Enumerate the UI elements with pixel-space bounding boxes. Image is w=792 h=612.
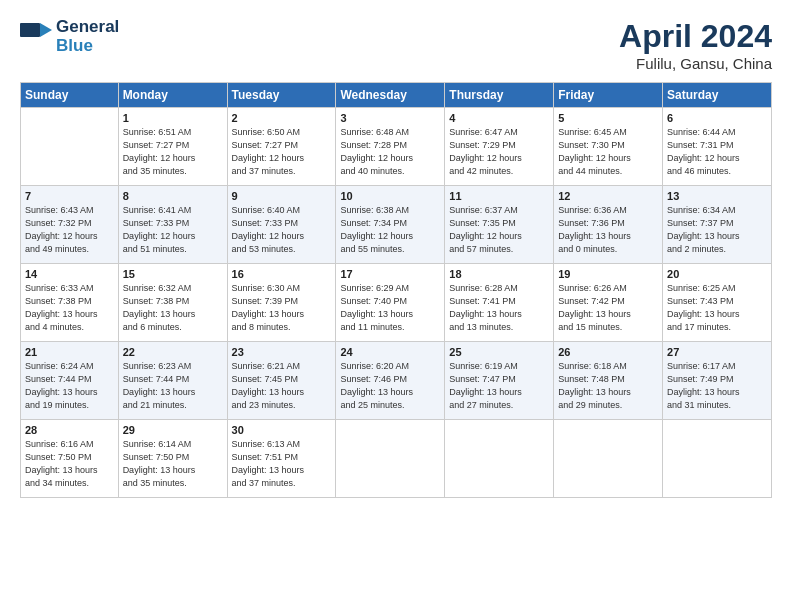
day-info: Sunrise: 6:47 AM Sunset: 7:29 PM Dayligh… — [449, 126, 549, 178]
day-info: Sunrise: 6:17 AM Sunset: 7:49 PM Dayligh… — [667, 360, 767, 412]
day-number: 3 — [340, 112, 440, 124]
calendar-cell: 22Sunrise: 6:23 AM Sunset: 7:44 PM Dayli… — [118, 342, 227, 420]
day-info: Sunrise: 6:51 AM Sunset: 7:27 PM Dayligh… — [123, 126, 223, 178]
day-number: 14 — [25, 268, 114, 280]
logo-line2: Blue — [56, 37, 119, 56]
calendar-cell: 6Sunrise: 6:44 AM Sunset: 7:31 PM Daylig… — [663, 108, 772, 186]
day-info: Sunrise: 6:33 AM Sunset: 7:38 PM Dayligh… — [25, 282, 114, 334]
calendar-cell: 9Sunrise: 6:40 AM Sunset: 7:33 PM Daylig… — [227, 186, 336, 264]
day-number: 7 — [25, 190, 114, 202]
calendar-cell — [21, 108, 119, 186]
day-info: Sunrise: 6:32 AM Sunset: 7:38 PM Dayligh… — [123, 282, 223, 334]
calendar-cell: 1Sunrise: 6:51 AM Sunset: 7:27 PM Daylig… — [118, 108, 227, 186]
calendar-cell: 24Sunrise: 6:20 AM Sunset: 7:46 PM Dayli… — [336, 342, 445, 420]
calendar-cell — [445, 420, 554, 498]
day-info: Sunrise: 6:23 AM Sunset: 7:44 PM Dayligh… — [123, 360, 223, 412]
calendar-cell: 2Sunrise: 6:50 AM Sunset: 7:27 PM Daylig… — [227, 108, 336, 186]
day-info: Sunrise: 6:44 AM Sunset: 7:31 PM Dayligh… — [667, 126, 767, 178]
calendar-cell: 7Sunrise: 6:43 AM Sunset: 7:32 PM Daylig… — [21, 186, 119, 264]
day-info: Sunrise: 6:21 AM Sunset: 7:45 PM Dayligh… — [232, 360, 332, 412]
calendar-cell: 4Sunrise: 6:47 AM Sunset: 7:29 PM Daylig… — [445, 108, 554, 186]
day-number: 23 — [232, 346, 332, 358]
day-number: 24 — [340, 346, 440, 358]
day-number: 15 — [123, 268, 223, 280]
day-info: Sunrise: 6:38 AM Sunset: 7:34 PM Dayligh… — [340, 204, 440, 256]
day-number: 13 — [667, 190, 767, 202]
day-number: 18 — [449, 268, 549, 280]
calendar-cell: 23Sunrise: 6:21 AM Sunset: 7:45 PM Dayli… — [227, 342, 336, 420]
day-number: 28 — [25, 424, 114, 436]
day-info: Sunrise: 6:50 AM Sunset: 7:27 PM Dayligh… — [232, 126, 332, 178]
calendar-cell: 14Sunrise: 6:33 AM Sunset: 7:38 PM Dayli… — [21, 264, 119, 342]
calendar-cell: 17Sunrise: 6:29 AM Sunset: 7:40 PM Dayli… — [336, 264, 445, 342]
calendar-cell: 26Sunrise: 6:18 AM Sunset: 7:48 PM Dayli… — [554, 342, 663, 420]
calendar-cell: 21Sunrise: 6:24 AM Sunset: 7:44 PM Dayli… — [21, 342, 119, 420]
day-number: 1 — [123, 112, 223, 124]
day-info: Sunrise: 6:26 AM Sunset: 7:42 PM Dayligh… — [558, 282, 658, 334]
day-info: Sunrise: 6:16 AM Sunset: 7:50 PM Dayligh… — [25, 438, 114, 490]
day-number: 20 — [667, 268, 767, 280]
calendar-cell: 29Sunrise: 6:14 AM Sunset: 7:50 PM Dayli… — [118, 420, 227, 498]
week-row-4: 21Sunrise: 6:24 AM Sunset: 7:44 PM Dayli… — [21, 342, 772, 420]
day-info: Sunrise: 6:45 AM Sunset: 7:30 PM Dayligh… — [558, 126, 658, 178]
calendar-cell: 16Sunrise: 6:30 AM Sunset: 7:39 PM Dayli… — [227, 264, 336, 342]
calendar-cell: 3Sunrise: 6:48 AM Sunset: 7:28 PM Daylig… — [336, 108, 445, 186]
svg-marker-1 — [40, 23, 52, 37]
day-number: 29 — [123, 424, 223, 436]
calendar-cell: 13Sunrise: 6:34 AM Sunset: 7:37 PM Dayli… — [663, 186, 772, 264]
day-number: 12 — [558, 190, 658, 202]
logo-icon — [20, 23, 52, 51]
day-info: Sunrise: 6:25 AM Sunset: 7:43 PM Dayligh… — [667, 282, 767, 334]
day-info: Sunrise: 6:43 AM Sunset: 7:32 PM Dayligh… — [25, 204, 114, 256]
calendar-cell: 25Sunrise: 6:19 AM Sunset: 7:47 PM Dayli… — [445, 342, 554, 420]
day-info: Sunrise: 6:37 AM Sunset: 7:35 PM Dayligh… — [449, 204, 549, 256]
day-number: 22 — [123, 346, 223, 358]
calendar-cell — [336, 420, 445, 498]
calendar-cell: 11Sunrise: 6:37 AM Sunset: 7:35 PM Dayli… — [445, 186, 554, 264]
header-sunday: Sunday — [21, 83, 119, 108]
week-row-1: 1Sunrise: 6:51 AM Sunset: 7:27 PM Daylig… — [21, 108, 772, 186]
svg-rect-0 — [20, 23, 40, 37]
day-number: 17 — [340, 268, 440, 280]
calendar-cell — [663, 420, 772, 498]
logo-line1: General — [56, 18, 119, 37]
day-number: 4 — [449, 112, 549, 124]
day-number: 21 — [25, 346, 114, 358]
header-thursday: Thursday — [445, 83, 554, 108]
day-info: Sunrise: 6:24 AM Sunset: 7:44 PM Dayligh… — [25, 360, 114, 412]
day-info: Sunrise: 6:14 AM Sunset: 7:50 PM Dayligh… — [123, 438, 223, 490]
calendar-cell: 28Sunrise: 6:16 AM Sunset: 7:50 PM Dayli… — [21, 420, 119, 498]
day-number: 16 — [232, 268, 332, 280]
day-info: Sunrise: 6:48 AM Sunset: 7:28 PM Dayligh… — [340, 126, 440, 178]
day-info: Sunrise: 6:20 AM Sunset: 7:46 PM Dayligh… — [340, 360, 440, 412]
calendar-header-row: SundayMondayTuesdayWednesdayThursdayFrid… — [21, 83, 772, 108]
calendar-cell: 19Sunrise: 6:26 AM Sunset: 7:42 PM Dayli… — [554, 264, 663, 342]
day-info: Sunrise: 6:13 AM Sunset: 7:51 PM Dayligh… — [232, 438, 332, 490]
calendar-body: 1Sunrise: 6:51 AM Sunset: 7:27 PM Daylig… — [21, 108, 772, 498]
calendar-cell — [554, 420, 663, 498]
header-friday: Friday — [554, 83, 663, 108]
calendar-cell: 27Sunrise: 6:17 AM Sunset: 7:49 PM Dayli… — [663, 342, 772, 420]
day-number: 10 — [340, 190, 440, 202]
day-info: Sunrise: 6:30 AM Sunset: 7:39 PM Dayligh… — [232, 282, 332, 334]
day-number: 11 — [449, 190, 549, 202]
day-number: 25 — [449, 346, 549, 358]
day-number: 8 — [123, 190, 223, 202]
calendar-cell: 30Sunrise: 6:13 AM Sunset: 7:51 PM Dayli… — [227, 420, 336, 498]
day-info: Sunrise: 6:36 AM Sunset: 7:36 PM Dayligh… — [558, 204, 658, 256]
calendar-cell: 8Sunrise: 6:41 AM Sunset: 7:33 PM Daylig… — [118, 186, 227, 264]
day-info: Sunrise: 6:19 AM Sunset: 7:47 PM Dayligh… — [449, 360, 549, 412]
day-info: Sunrise: 6:41 AM Sunset: 7:33 PM Dayligh… — [123, 204, 223, 256]
header-monday: Monday — [118, 83, 227, 108]
subtitle: Fulilu, Gansu, China — [619, 55, 772, 72]
calendar-cell: 18Sunrise: 6:28 AM Sunset: 7:41 PM Dayli… — [445, 264, 554, 342]
page-header: General Blue April 2024 Fulilu, Gansu, C… — [20, 18, 772, 72]
day-number: 6 — [667, 112, 767, 124]
day-number: 5 — [558, 112, 658, 124]
calendar-table: SundayMondayTuesdayWednesdayThursdayFrid… — [20, 82, 772, 498]
header-saturday: Saturday — [663, 83, 772, 108]
calendar-cell: 15Sunrise: 6:32 AM Sunset: 7:38 PM Dayli… — [118, 264, 227, 342]
calendar-cell: 10Sunrise: 6:38 AM Sunset: 7:34 PM Dayli… — [336, 186, 445, 264]
week-row-3: 14Sunrise: 6:33 AM Sunset: 7:38 PM Dayli… — [21, 264, 772, 342]
day-info: Sunrise: 6:40 AM Sunset: 7:33 PM Dayligh… — [232, 204, 332, 256]
